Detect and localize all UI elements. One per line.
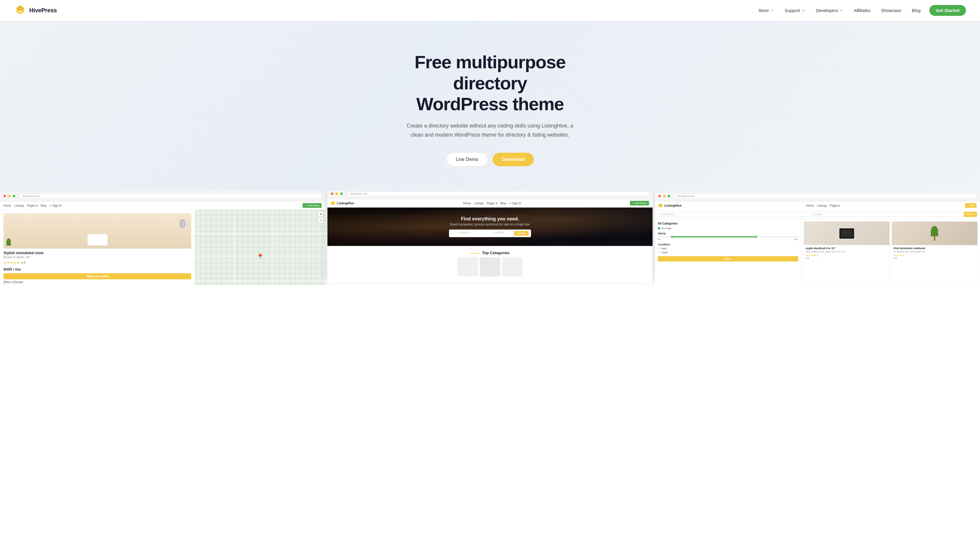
report-listing-link[interactable]: Report Listing bbox=[3, 284, 191, 285]
browser-close-dot bbox=[659, 195, 661, 197]
browser-close-dot bbox=[3, 195, 6, 197]
categories-title: Top Categories bbox=[333, 250, 647, 255]
map-zoom-in[interactable]: + bbox=[318, 212, 323, 217]
right-location-input[interactable]: Location bbox=[811, 212, 963, 217]
browser-minimize-dot bbox=[8, 195, 11, 197]
category-item-3 bbox=[502, 257, 522, 276]
hero-cta-group: Live Demo Download bbox=[446, 152, 534, 166]
map-zoom-out[interactable]: − bbox=[318, 217, 323, 223]
write-review-link[interactable]: Write a Review bbox=[3, 281, 191, 284]
price-slider-handle-left[interactable] bbox=[671, 236, 673, 238]
condition-checkbox-1[interactable] bbox=[658, 247, 660, 250]
browser-url-bar: listinghive.com bbox=[675, 193, 977, 199]
nav-store[interactable]: Store bbox=[754, 6, 778, 15]
brand-logo-link[interactable]: HivePress bbox=[14, 5, 57, 17]
search-button[interactable]: Search bbox=[514, 231, 529, 236]
browser-maximize-dot bbox=[13, 195, 15, 197]
product-1-name: Apple MacBook Pro 15" bbox=[806, 247, 888, 250]
nav-showcase[interactable]: Showcase bbox=[877, 6, 905, 15]
center-hero-content: Find everything you need. Search propert… bbox=[333, 216, 647, 237]
listing-title: Stylish remodeled room bbox=[3, 251, 191, 255]
plant-decoration bbox=[931, 226, 938, 241]
listing-location: Brown Pl, Bronx, NY bbox=[3, 256, 191, 259]
add-listing-badge: + Add listing bbox=[302, 203, 321, 208]
browser-minimize-dot bbox=[336, 193, 338, 195]
condition-option-2: Used bbox=[658, 251, 798, 254]
center-brand-name: ListingHive bbox=[337, 201, 354, 205]
live-demo-button[interactable]: Live Demo bbox=[446, 152, 488, 166]
right-filters-panel: All Categories For Sale PRICE $0 $52 C bbox=[655, 219, 801, 285]
search-keywords-placeholder[interactable]: Keywords... bbox=[451, 231, 479, 236]
road-v2 bbox=[273, 210, 274, 285]
search-location-placeholder[interactable]: Location bbox=[484, 231, 512, 236]
right-add-listing-btn: + Add bbox=[965, 203, 977, 208]
plant-stem bbox=[934, 236, 935, 241]
product-card-1: Apple MacBook Pro 15" 5821 Jefferson St,… bbox=[804, 221, 890, 284]
right-keywords-input[interactable]: Keywords(s) bbox=[658, 212, 810, 217]
reply-listing-btn[interactable]: Reply to Listing bbox=[3, 273, 191, 279]
center-nav-links: Home Listings Pages ▾ Blog ↩ Sign In bbox=[463, 202, 521, 205]
price-slider-fill bbox=[672, 236, 756, 238]
browser-maximize-dot bbox=[668, 195, 670, 197]
nav-affiliates[interactable]: Affiliates bbox=[850, 6, 874, 15]
download-button[interactable]: Download bbox=[493, 153, 534, 166]
nav-menu: Store Support Developers Affiliates Show… bbox=[754, 5, 966, 16]
search-divider bbox=[482, 231, 482, 236]
browser-chrome-right: listinghive.com bbox=[655, 191, 980, 201]
product-2-image bbox=[892, 222, 977, 245]
category-item-2 bbox=[480, 257, 500, 276]
all-categories-label: All Categories bbox=[658, 222, 798, 225]
right-brand-name: ListingHive bbox=[664, 204, 681, 207]
nav-blog[interactable]: Blog bbox=[908, 6, 924, 15]
product-1-image bbox=[804, 222, 889, 245]
condition-options: New Used bbox=[658, 247, 798, 254]
apply-filter-btn[interactable]: Filter bbox=[658, 256, 798, 262]
mirror-furniture bbox=[180, 219, 185, 228]
center-hero-banner: Find everything you need. Search propert… bbox=[328, 207, 652, 246]
product-1-address: 5821 Jefferson St, (New New York, NJ bbox=[806, 250, 888, 253]
hero-section: Free multipurpose directory WordPress th… bbox=[0, 21, 980, 191]
product-card-2: Pink Moleskine notebook 47 Atlantic Ave,… bbox=[891, 221, 978, 284]
chevron-down-icon bbox=[770, 8, 774, 13]
category-item-1 bbox=[458, 257, 478, 276]
center-brand: ListingHive bbox=[331, 201, 354, 205]
hero-subtitle: Create a directory website without any c… bbox=[402, 121, 578, 139]
browser-chrome-left: listinghive.com bbox=[0, 191, 325, 201]
navbar: HivePress Store Support Developers Affil… bbox=[0, 0, 980, 21]
right-search-btn[interactable]: Search bbox=[964, 212, 977, 217]
condition-checkbox-2[interactable] bbox=[658, 251, 660, 254]
nav-developers[interactable]: Developers bbox=[812, 6, 848, 15]
mock-nav-links: Home Listings Pages ▾ Blog ↩ Sign In bbox=[3, 204, 62, 207]
plant-decor bbox=[6, 238, 11, 246]
nav-support[interactable]: Support bbox=[781, 6, 810, 15]
right-content: All Categories For Sale PRICE $0 $52 C bbox=[655, 219, 980, 285]
center-categories: Top Categories bbox=[328, 246, 652, 281]
product-2-name: Pink Moleskine notebook bbox=[894, 247, 975, 250]
categories-grid bbox=[333, 257, 647, 276]
get-started-button[interactable]: Get Started bbox=[929, 5, 966, 16]
product-1-rating: 4.8 bbox=[806, 257, 888, 260]
road-h3 bbox=[195, 280, 325, 281]
right-brand: ListingHive bbox=[659, 203, 681, 207]
condition-option-1: New bbox=[658, 247, 798, 250]
product-2-info: Pink Moleskine notebook 47 Atlantic Ave,… bbox=[892, 245, 977, 262]
browser-url-bar: listinghive.com bbox=[347, 191, 649, 196]
listing-rating-row: ★★★★★ 4.9 bbox=[3, 261, 191, 265]
right-nav-links: Home Listings Pages ▾ bbox=[806, 204, 841, 207]
listing-image bbox=[3, 214, 191, 249]
center-hero-title: Find everything you need. bbox=[333, 216, 647, 222]
map-zoom-controls: + − bbox=[318, 212, 323, 223]
brand-name: HivePress bbox=[29, 7, 57, 14]
categories-title-line bbox=[470, 253, 479, 254]
right-logo-icon bbox=[659, 203, 662, 207]
star-icons: ★★★★★ bbox=[3, 261, 20, 265]
road-v1 bbox=[234, 210, 235, 285]
listing-sidebar: Stylish remodeled room Brown Pl, Bronx, … bbox=[0, 210, 195, 285]
macbook-screen bbox=[841, 230, 853, 237]
product-2-stars: ★★★★☆ bbox=[894, 254, 975, 257]
map-pin-icon: 📍 bbox=[256, 253, 264, 260]
mock-listing-content: Stylish remodeled room Brown Pl, Bronx, … bbox=[0, 210, 325, 285]
price-slider-track bbox=[658, 236, 798, 238]
price-slider-handle-right[interactable] bbox=[755, 236, 757, 238]
hero-title: Free multipurpose directory WordPress th… bbox=[376, 52, 604, 114]
